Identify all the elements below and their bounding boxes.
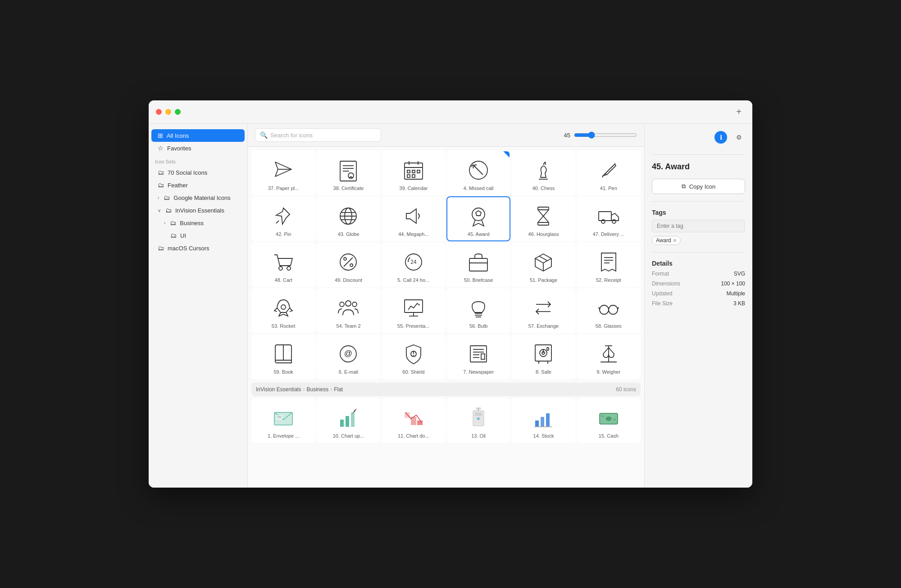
section-header: InVision Essentials › Business › Flat 60…: [251, 383, 641, 396]
search-box[interactable]: 🔍: [255, 128, 381, 142]
sidebar-item-business[interactable]: › 🗂 Business: [151, 217, 245, 229]
presentation-icon: [400, 294, 427, 321]
icon-cell-4[interactable]: 4. Missed call: [446, 150, 510, 195]
icon-cell-43[interactable]: 43. Globe: [316, 196, 380, 241]
flat-icon-cell-1[interactable]: 1. Envelope ...: [251, 398, 315, 443]
sidebar-item-macos[interactable]: 🗂 macOS Cursors: [151, 242, 245, 254]
breadcrumb-part2: Business: [307, 386, 329, 393]
icon-cell-50[interactable]: 50. Briefcase: [446, 242, 510, 287]
breadcrumb: InVision Essentials › Business › Flat: [256, 386, 343, 393]
flat-stock-icon: [530, 404, 557, 431]
icon-cell-51[interactable]: 51. Package: [511, 242, 575, 287]
icon-cell-44[interactable]: 44. Megaph...: [382, 196, 446, 241]
flat-chart-down-icon: [400, 404, 427, 431]
icon-label-7: 7. Newspaper: [451, 369, 506, 375]
flat-icon-cell-13[interactable]: 13. Oil: [446, 398, 510, 443]
glasses-icon: [595, 294, 622, 321]
icon-cell-8[interactable]: 8. Safe: [511, 334, 575, 379]
icon-cell-37[interactable]: 37. Paper pl...: [251, 150, 315, 195]
right-panel: ℹ ⚙ 45. Award ⧉ Copy Icon Tags Award ×: [644, 124, 752, 488]
svg-rect-101: [541, 417, 544, 427]
size-slider[interactable]: [574, 131, 637, 139]
add-button[interactable]: +: [733, 106, 745, 118]
flat-icon-cell-10[interactable]: 10. Chart up...: [316, 398, 380, 443]
icon-cell-9[interactable]: 9. Weigher: [577, 334, 641, 379]
main-layout: ⊞ All Icons ☆ Favorites Icon Sets 🗂 70 S…: [149, 124, 752, 488]
icon-cell-39[interactable]: 39. Calendar: [382, 150, 446, 195]
sidebar-item-favorites[interactable]: ☆ Favorites: [151, 142, 245, 154]
pen-icon: [595, 157, 622, 184]
close-button[interactable]: [156, 109, 162, 115]
main-window: + ⊞ All Icons ☆ Favorites Icon Sets 🗂 70…: [149, 100, 752, 488]
icon-label-41: 41. Pen: [581, 185, 636, 191]
folder-icon-business: 🗂: [170, 219, 176, 226]
sidebar-item-all-icons[interactable]: ⊞ All Icons: [151, 129, 245, 142]
flat-icon-cell-15[interactable]: 15. Cash: [577, 398, 641, 443]
icon-cell-46[interactable]: 46. Hourglass: [511, 196, 575, 241]
sidebar-business-label: Business: [180, 220, 204, 226]
svg-text:24: 24: [410, 259, 417, 265]
tag-award-remove[interactable]: ×: [673, 237, 677, 244]
folder-icon-macos: 🗂: [158, 244, 164, 252]
info-button[interactable]: ℹ: [714, 131, 727, 144]
svg-point-59: [600, 305, 609, 314]
svg-point-50: [346, 301, 351, 306]
svg-point-36: [350, 264, 353, 267]
icon-cell-52[interactable]: 52. Receipt: [577, 242, 641, 287]
search-input[interactable]: [270, 132, 376, 139]
flat-icon-cell-14[interactable]: 14. Stock: [511, 398, 575, 443]
icon-label-37: 37. Paper pl...: [256, 185, 311, 191]
filter-button[interactable]: ⚙: [733, 131, 745, 144]
svg-rect-40: [469, 258, 487, 271]
icon-cell-48[interactable]: 48. Cart: [251, 242, 315, 287]
tags-list: Award ×: [652, 236, 745, 245]
globe-icon: [335, 203, 362, 230]
svg-rect-99: [476, 407, 481, 409]
sidebar-item-material[interactable]: › 🗂 Google Material Icons: [151, 191, 245, 204]
icon-cell-6[interactable]: @ 6. E-mail: [316, 334, 380, 379]
icon-cell-53[interactable]: 53. Rocket: [251, 288, 315, 333]
icon-cell-7[interactable]: 7. Newspaper: [446, 334, 510, 379]
sidebar-item-ui[interactable]: 🗂 UI: [151, 229, 245, 242]
traffic-lights: [156, 109, 181, 115]
sidebar-item-social[interactable]: 🗂 70 Social Icons: [151, 166, 245, 179]
certificate-icon: [335, 157, 362, 184]
icon-cell-47[interactable]: 47. Delivery ...: [577, 196, 641, 241]
svg-line-45: [539, 256, 547, 261]
icon-cell-38[interactable]: 38. Certificate: [316, 150, 380, 195]
icon-cell-54[interactable]: 54. Team 2: [316, 288, 380, 333]
copy-icon: ⧉: [682, 183, 686, 190]
breadcrumb-part1: InVision Essentials: [256, 386, 301, 393]
icon-cell-45[interactable]: 45. Award: [446, 196, 510, 241]
icon-cell-55[interactable]: 55. Presenta...: [382, 288, 446, 333]
folder-icon-social: 🗂: [158, 169, 164, 176]
icon-cell-41[interactable]: 41. Pen: [577, 150, 641, 195]
icon-cell-59[interactable]: 59. Book: [251, 334, 315, 379]
icon-label-9: 9. Weigher: [581, 369, 636, 375]
icon-cell-5[interactable]: 24 5. Call 24 ho...: [382, 242, 446, 287]
sidebar-material-label: Google Material Icons: [173, 194, 230, 201]
maximize-button[interactable]: [175, 109, 181, 115]
minimize-button[interactable]: [165, 109, 171, 115]
icon-label-43: 43. Globe: [321, 231, 376, 237]
icon-cell-40[interactable]: 40. Chess: [511, 150, 575, 195]
icon-cell-49[interactable]: 49. Discount: [316, 242, 380, 287]
sidebar-item-invision[interactable]: ∨ 🗂 InVision Essentials: [151, 204, 245, 217]
svg-rect-11: [412, 170, 415, 173]
titlebar: +: [149, 100, 752, 124]
call-24-icon: 24: [400, 249, 427, 276]
search-icon: 🔍: [260, 131, 268, 139]
tag-input[interactable]: [652, 220, 745, 232]
copy-icon-button[interactable]: ⧉ Copy Icon: [652, 179, 745, 194]
flat-chart-up-icon: [335, 404, 362, 431]
svg-point-60: [609, 305, 618, 314]
icon-cell-60[interactable]: 60. Shield: [382, 334, 446, 379]
icon-label-42: 42. Pin: [256, 231, 311, 237]
icon-cell-42[interactable]: 42. Pin: [251, 196, 315, 241]
icon-cell-57[interactable]: 57. Exchange: [511, 288, 575, 333]
safe-icon: [530, 340, 557, 367]
flat-icon-cell-11[interactable]: 11. Chart do...: [382, 398, 446, 443]
sidebar-item-feather[interactable]: 🗂 Feather: [151, 179, 245, 191]
icon-cell-56[interactable]: 56. Bulb: [446, 288, 510, 333]
icon-cell-58[interactable]: 58. Glasses: [577, 288, 641, 333]
